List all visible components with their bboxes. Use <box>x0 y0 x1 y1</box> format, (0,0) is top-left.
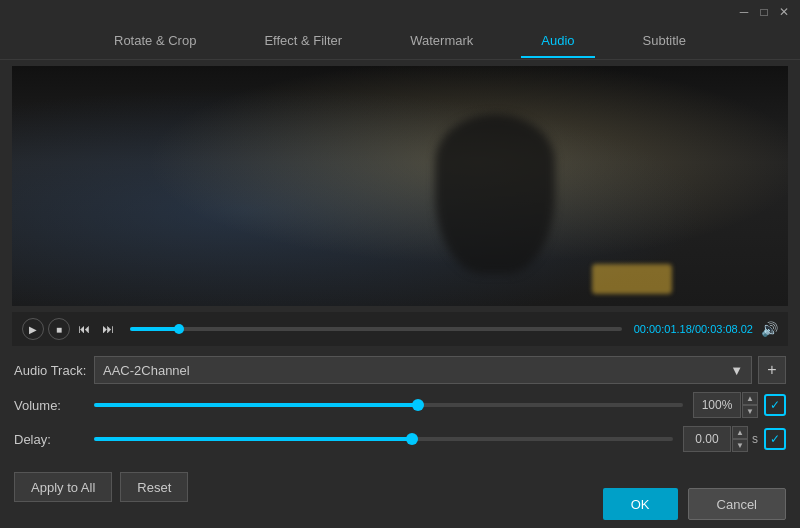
title-bar: ─ □ ✕ <box>0 0 800 24</box>
add-audio-track-button[interactable]: + <box>758 356 786 384</box>
time-display: 00:00:01.18/00:03:08.02 <box>634 323 753 335</box>
delay-decrease-button[interactable]: ▼ <box>732 439 748 452</box>
progress-thumb[interactable] <box>174 324 184 334</box>
progress-fill <box>130 327 179 331</box>
volume-value-box: 100% ▲ ▼ <box>693 392 758 418</box>
volume-icon[interactable]: 🔊 <box>761 321 778 337</box>
cancel-button[interactable]: Cancel <box>688 488 786 520</box>
ok-button[interactable]: OK <box>603 488 678 520</box>
delay-unit-label: s <box>752 432 758 446</box>
video-frame <box>12 66 788 306</box>
stop-button[interactable]: ■ <box>48 318 70 340</box>
footer: OK Cancel <box>0 480 800 528</box>
delay-spinners: ▲ ▼ <box>732 426 748 452</box>
volume-slider-fill <box>94 403 418 407</box>
delay-increase-button[interactable]: ▲ <box>732 426 748 439</box>
tab-subtitle[interactable]: Subtitle <box>623 25 706 58</box>
audio-track-dropdown[interactable]: AAC-2Channel ▼ <box>94 356 752 384</box>
volume-slider-track <box>94 403 683 407</box>
audio-track-value: AAC-2Channel <box>103 363 190 378</box>
delay-slider[interactable] <box>94 429 673 449</box>
play-button[interactable]: ▶ <box>22 318 44 340</box>
tab-effect[interactable]: Effect & Filter <box>244 25 362 58</box>
progress-bar[interactable] <box>130 327 622 331</box>
audio-track-label: Audio Track: <box>14 363 94 378</box>
delay-row: Delay: 0.00 ▲ ▼ s ✓ <box>14 426 786 452</box>
delay-value: 0.00 <box>683 426 731 452</box>
delay-label: Delay: <box>14 432 94 447</box>
close-button[interactable]: ✕ <box>776 4 792 20</box>
volume-row: Volume: 100% ▲ ▼ ✓ <box>14 392 786 418</box>
controls-panel: Audio Track: AAC-2Channel ▼ + Volume: 10… <box>0 346 800 468</box>
volume-label: Volume: <box>14 398 94 413</box>
maximize-button[interactable]: □ <box>756 4 772 20</box>
audio-track-row: Audio Track: AAC-2Channel ▼ + <box>14 356 786 384</box>
tab-audio[interactable]: Audio <box>521 25 594 58</box>
volume-spinners: ▲ ▼ <box>742 392 758 418</box>
volume-value: 100% <box>693 392 741 418</box>
volume-slider[interactable] <box>94 395 683 415</box>
next-frame-button[interactable]: ⏭ <box>98 319 118 339</box>
delay-slider-thumb[interactable] <box>406 433 418 445</box>
tab-watermark[interactable]: Watermark <box>390 25 493 58</box>
total-time: 00:03:08.02 <box>695 323 753 335</box>
dropdown-arrow-icon: ▼ <box>730 363 743 378</box>
delay-sync-button[interactable]: ✓ <box>764 428 786 450</box>
tabs-bar: Rotate & Crop Effect & Filter Watermark … <box>0 24 800 60</box>
prev-frame-button[interactable]: ⏮ <box>74 319 94 339</box>
volume-slider-thumb[interactable] <box>412 399 424 411</box>
video-preview-area: Original: 1898x700 Output: 1898x700 <box>12 66 788 306</box>
current-time: 00:00:01.18 <box>634 323 692 335</box>
minimize-button[interactable]: ─ <box>736 4 752 20</box>
video-preview <box>12 66 788 306</box>
volume-increase-button[interactable]: ▲ <box>742 392 758 405</box>
volume-sync-button[interactable]: ✓ <box>764 394 786 416</box>
tab-rotate[interactable]: Rotate & Crop <box>94 25 216 58</box>
playback-controls: ▶ ■ ⏮ ⏭ 00:00:01.18/00:03:08.02 🔊 <box>12 312 788 346</box>
delay-slider-fill <box>94 437 412 441</box>
delay-slider-track <box>94 437 673 441</box>
delay-value-box: 0.00 ▲ ▼ <box>683 426 748 452</box>
volume-decrease-button[interactable]: ▼ <box>742 405 758 418</box>
